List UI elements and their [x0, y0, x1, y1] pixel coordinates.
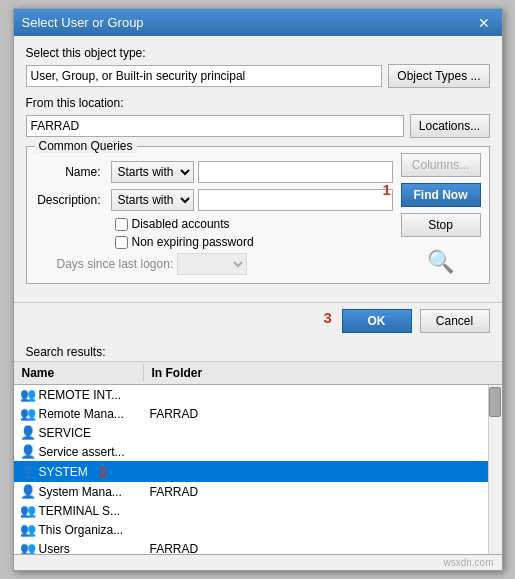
name-query-row: Name: Starts with [35, 161, 393, 183]
table-row[interactable]: 👥TERMINAL S... [14, 501, 502, 520]
result-folder-cell: FARRAD [144, 406, 502, 422]
name-filter-select[interactable]: Starts with [111, 161, 194, 183]
badge-3: 3 [324, 309, 332, 326]
column-folder: In Folder [144, 364, 502, 382]
search-results-label: Search results: [14, 341, 502, 361]
columns-button[interactable]: Columns... [401, 153, 481, 177]
description-query-label: Description: [35, 193, 107, 207]
result-name-cell: 👤SYSTEM2 [14, 462, 144, 481]
disabled-accounts-checkbox[interactable] [115, 218, 128, 231]
object-types-button[interactable]: Object Types ... [388, 64, 489, 88]
dialog-body: Select this object type: Object Types ..… [14, 36, 502, 302]
find-now-button[interactable]: Find Now [401, 183, 481, 207]
location-label: From this location: [26, 96, 490, 110]
table-row[interactable]: 👥This Organiza... [14, 520, 502, 539]
result-name: Remote Mana... [39, 407, 124, 421]
key-icon-wrapper: 🔍 [401, 249, 481, 275]
result-folder-cell: FARRAD [144, 484, 502, 500]
user-icon: 👤 [20, 464, 36, 479]
scrollbar[interactable] [488, 385, 502, 554]
result-name: System Mana... [39, 485, 122, 499]
column-name: Name [14, 364, 144, 382]
badge-2: 2 [99, 463, 107, 480]
badge-1: 1 [383, 181, 393, 198]
name-query-input[interactable] [198, 161, 393, 183]
table-row[interactable]: 👤SERVICE [14, 423, 502, 442]
table-row[interactable]: 👥REMOTE INT... [14, 385, 502, 404]
table-row[interactable]: 👤Service assert... [14, 442, 502, 461]
object-type-label: Select this object type: [26, 46, 490, 60]
query-fields: Name: Starts with Description: Starts wi… [35, 153, 393, 275]
disabled-accounts-label: Disabled accounts [132, 217, 230, 231]
result-name-cell: 👥TERMINAL S... [14, 502, 144, 519]
user-icon: 👤 [20, 484, 36, 499]
result-name-cell: 👤System Mana... [14, 483, 144, 500]
watermark: wsxdn.com [14, 555, 502, 570]
find-now-wrapper: 1 Find Now [401, 183, 481, 207]
description-filter-select[interactable]: Starts with [111, 189, 194, 211]
result-folder-cell [144, 394, 502, 396]
ok-cancel-row: 3 OK Cancel [14, 302, 502, 341]
result-name-cell: 👥Users [14, 540, 144, 555]
user-icon: 👥 [20, 406, 36, 421]
location-input[interactable] [26, 115, 404, 137]
results-table: Name In Folder 👥REMOTE INT...👥Remote Man… [14, 361, 502, 555]
result-folder-cell [144, 529, 502, 531]
user-icon: 👤 [20, 444, 36, 459]
cancel-button[interactable]: Cancel [420, 309, 490, 333]
result-name: Users [39, 542, 70, 556]
description-query-input[interactable] [198, 189, 393, 211]
user-icon: 👥 [20, 522, 36, 537]
result-folder-cell: FARRAD [144, 541, 502, 556]
days-label: Days since last logon: [57, 257, 174, 271]
description-query-row: Description: Starts with [35, 189, 393, 211]
right-buttons: Columns... 1 Find Now Stop 🔍 [401, 153, 481, 275]
result-name-cell: 👤Service assert... [14, 443, 144, 460]
table-row[interactable]: 👤System Mana...FARRAD [14, 482, 502, 501]
days-select[interactable] [177, 253, 247, 275]
user-icon: 👥 [20, 387, 36, 402]
result-name: TERMINAL S... [39, 504, 121, 518]
common-queries-group: Common Queries Name: Starts with Descrip… [26, 146, 490, 284]
result-folder-cell [144, 510, 502, 512]
table-row[interactable]: 👥UsersFARRAD [14, 539, 502, 555]
object-type-input[interactable] [26, 65, 383, 87]
table-row[interactable]: 👥Remote Mana...FARRAD [14, 404, 502, 423]
query-content: Name: Starts with Description: Starts wi… [35, 153, 481, 275]
result-name: SERVICE [39, 426, 91, 440]
result-name-cell: 👥This Organiza... [14, 521, 144, 538]
non-expiring-row: Non expiring password [115, 235, 393, 249]
key-icon: 🔍 [427, 249, 454, 275]
disabled-accounts-row: Disabled accounts [115, 217, 393, 231]
location-row: Locations... [26, 114, 490, 138]
select-user-dialog: Select User or Group ✕ Select this objec… [13, 8, 503, 571]
result-folder-cell [144, 471, 502, 473]
non-expiring-checkbox[interactable] [115, 236, 128, 249]
result-name-cell: 👥Remote Mana... [14, 405, 144, 422]
result-name: This Organiza... [39, 523, 124, 537]
results-header: Name In Folder [14, 362, 502, 385]
object-type-row: Object Types ... [26, 64, 490, 88]
non-expiring-label: Non expiring password [132, 235, 254, 249]
user-icon: 👥 [20, 541, 36, 555]
table-row[interactable]: 👤SYSTEM2 [14, 461, 502, 482]
result-name: Service assert... [39, 445, 125, 459]
close-button[interactable]: ✕ [474, 16, 494, 30]
common-queries-tab[interactable]: Common Queries [35, 139, 137, 153]
name-query-label: Name: [35, 165, 107, 179]
dialog-title: Select User or Group [22, 15, 144, 30]
result-name-cell: 👥REMOTE INT... [14, 386, 144, 403]
ok-button[interactable]: OK [342, 309, 412, 333]
user-icon: 👥 [20, 503, 36, 518]
days-row: Days since last logon: [57, 253, 393, 275]
result-folder-cell [144, 451, 502, 453]
stop-button[interactable]: Stop [401, 213, 481, 237]
results-list[interactable]: 👥REMOTE INT...👥Remote Mana...FARRAD👤SERV… [14, 385, 502, 555]
user-icon: 👤 [20, 425, 36, 440]
result-folder-cell [144, 432, 502, 434]
title-bar: Select User or Group ✕ [14, 9, 502, 36]
result-name: SYSTEM [39, 465, 88, 479]
result-name: REMOTE INT... [39, 388, 122, 402]
locations-button[interactable]: Locations... [410, 114, 490, 138]
result-name-cell: 👤SERVICE [14, 424, 144, 441]
